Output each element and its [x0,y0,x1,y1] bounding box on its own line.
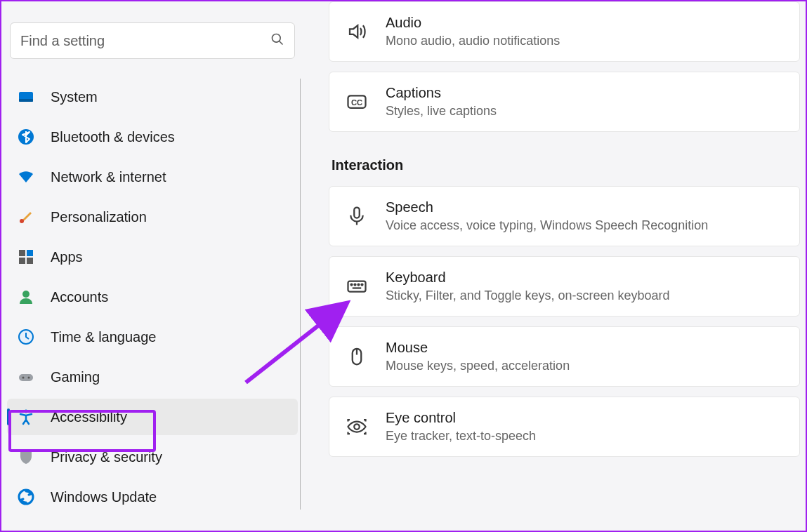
sidebar-item-network[interactable]: Network & internet [7,159,298,195]
svg-rect-7 [27,250,33,256]
search-box[interactable] [10,22,295,59]
shield-icon [17,448,35,466]
bluetooth-icon [17,128,35,146]
svg-text:CC: CC [351,98,362,107]
svg-point-21 [351,284,353,286]
sidebar-item-gaming[interactable]: Gaming [7,359,298,395]
sidebar: System Bluetooth & devices Network & int… [1,1,303,531]
svg-point-24 [362,284,363,286]
captions-icon: CC [345,90,369,114]
paintbrush-icon [17,208,35,226]
card-captions[interactable]: CC Captions Styles, live captions [329,72,800,132]
svg-rect-19 [354,208,360,218]
audio-icon [345,20,369,44]
microphone-icon [345,204,369,228]
sidebar-divider [300,79,301,510]
section-header-interaction: Interaction [332,157,800,173]
svg-point-13 [22,377,25,379]
sidebar-item-privacy[interactable]: Privacy & security [7,439,298,475]
card-subtitle: Mono audio, audio notifications [386,34,560,48]
svg-rect-6 [19,250,25,256]
svg-point-22 [355,284,356,286]
card-mouse[interactable]: Mouse Mouse keys, speed, acceleration [329,326,800,387]
nav-label: Windows Update [51,489,157,505]
mouse-icon [345,345,369,368]
nav-label: Privacy & security [51,449,162,465]
card-title: Mouse [386,340,570,356]
card-subtitle: Eye tracker, text-to-speech [386,429,536,444]
svg-point-14 [28,377,30,379]
sidebar-item-accessibility[interactable]: Accessibility [7,399,298,435]
svg-point-28 [354,424,360,430]
svg-rect-20 [348,281,366,292]
nav-label: Gaming [51,369,100,385]
card-speech[interactable]: Speech Voice access, voice typing, Windo… [329,186,800,246]
keyboard-icon [345,274,369,298]
svg-line-1 [280,41,283,45]
search-icon [270,32,284,49]
nav-label: Network & internet [51,169,166,185]
clock-globe-icon [17,328,35,346]
card-subtitle: Mouse keys, speed, acceleration [386,359,570,373]
person-icon [17,288,35,306]
card-title: Captions [386,85,497,101]
sidebar-item-apps[interactable]: Apps [7,239,298,275]
card-subtitle: Styles, live captions [386,104,497,119]
svg-rect-3 [19,99,33,102]
sidebar-item-accounts[interactable]: Accounts [7,279,298,315]
svg-rect-12 [19,374,33,381]
sidebar-item-windows-update[interactable]: Windows Update [7,479,298,515]
card-title: Speech [386,199,708,215]
sidebar-item-time-language[interactable]: Time & language [7,319,298,355]
accessibility-icon [17,408,35,426]
card-title: Audio [386,15,560,31]
sidebar-item-bluetooth[interactable]: Bluetooth & devices [7,119,298,155]
svg-rect-8 [19,258,25,264]
card-subtitle: Sticky, Filter, and Toggle keys, on-scre… [386,288,670,303]
nav-list: System Bluetooth & devices Network & int… [7,79,298,515]
card-title: Keyboard [386,270,670,286]
nav-label: Accessibility [51,409,127,425]
svg-point-15 [25,410,28,413]
gamepad-icon [17,368,35,386]
sidebar-item-system[interactable]: System [7,79,298,115]
card-audio[interactable]: Audio Mono audio, audio notifications [329,1,800,62]
eye-icon [345,415,369,439]
svg-rect-9 [27,258,33,264]
system-icon [17,88,35,106]
nav-label: Bluetooth & devices [51,129,175,145]
svg-point-10 [22,291,29,298]
update-icon [17,488,35,506]
nav-label: System [51,89,98,105]
nav-label: Apps [51,249,83,265]
card-title: Eye control [386,410,536,426]
sidebar-item-personalization[interactable]: Personalization [7,199,298,235]
card-subtitle: Voice access, voice typing, Windows Spee… [386,218,708,233]
card-eye-control[interactable]: Eye control Eye tracker, text-to-speech [329,397,800,457]
svg-point-23 [358,284,360,286]
nav-label: Personalization [51,209,147,225]
apps-icon [17,248,35,266]
nav-label: Accounts [51,289,108,305]
card-keyboard[interactable]: Keyboard Sticky, Filter, and Toggle keys… [329,256,800,317]
svg-point-0 [273,34,281,43]
search-input[interactable] [20,33,270,49]
content-pane: Audio Mono audio, audio notifications CC… [303,1,806,531]
wifi-icon [17,168,35,186]
nav-label: Time & language [51,329,156,345]
svg-point-5 [20,219,24,223]
